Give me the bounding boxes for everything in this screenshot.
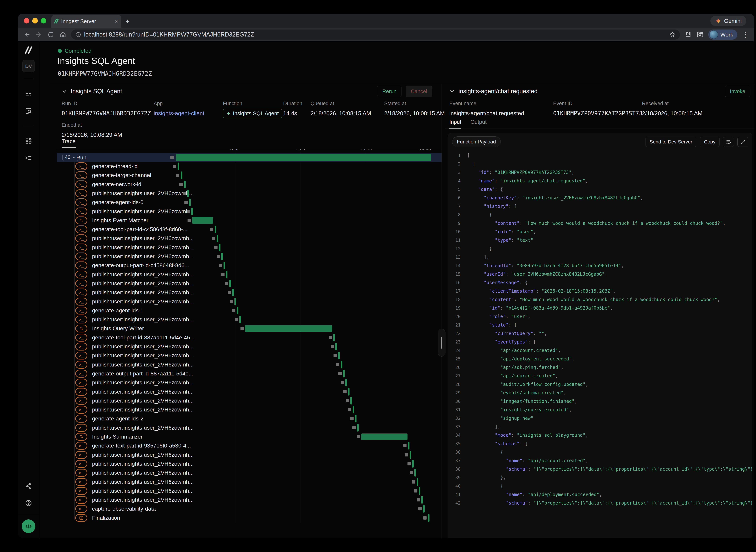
- address-bar[interactable]: localhost:8288/run?runID=01KHRMPW77GVMAJ…: [71, 29, 680, 40]
- step-span-bar[interactable]: [341, 361, 342, 369]
- trace-row[interactable]: >_publish:user:insights:user_2VH6zowmh..…: [57, 189, 441, 198]
- run-span-bar[interactable]: [176, 154, 431, 161]
- trace-row[interactable]: >_publish:user:insights:user_2VH6zowmh..…: [57, 496, 441, 505]
- window-zoom-button[interactable]: [41, 18, 46, 23]
- tab-input[interactable]: Input: [449, 119, 461, 129]
- trace-row[interactable]: >_generate-agent-ids-0: [57, 198, 441, 207]
- trace-row[interactable]: >_publish:user:insights:user_2VH6zowmh..…: [57, 288, 441, 297]
- trace-row[interactable]: >_generate-output-part-id-c458648f-8d6..…: [57, 261, 441, 270]
- inngest-logo-icon[interactable]: [25, 44, 32, 56]
- trace-row[interactable]: Finalization: [57, 514, 441, 523]
- browser-tab[interactable]: Inngest Server ×: [51, 15, 122, 28]
- step-span-bar[interactable]: [192, 217, 213, 224]
- back-icon[interactable]: [23, 31, 31, 38]
- trace-row[interactable]: >_publish:user:insights:user_2VH6zowmh..…: [57, 207, 441, 216]
- step-span-bar[interactable]: [215, 226, 216, 233]
- event-section-header[interactable]: insights-agent/chat.requested: [449, 88, 538, 95]
- trace-row[interactable]: >_publish:user:insights:user_2VH6zowmh..…: [57, 279, 441, 288]
- dev-server-nav-icon[interactable]: [22, 152, 34, 164]
- trace-row[interactable]: >_generate-tool-part-id-887aa111-5d4e-45…: [57, 333, 441, 342]
- forward-icon[interactable]: [35, 31, 43, 38]
- trace-row[interactable]: >_generate-output-part-id-887aa111-5d4e.…: [57, 369, 441, 378]
- site-info-icon[interactable]: [75, 32, 81, 37]
- step-span-bar[interactable]: [234, 298, 236, 305]
- trace-row[interactable]: >_publish:user:insights:user_2VH6zowmh..…: [57, 342, 441, 351]
- run-count-dropdown[interactable]: 40: [62, 154, 78, 161]
- trace-row[interactable]: >_generate-target-channel: [57, 171, 441, 180]
- function-payload-toggle[interactable]: Function Payload: [452, 136, 501, 147]
- step-span-bar[interactable]: [357, 424, 359, 431]
- step-span-bar[interactable]: [338, 352, 340, 359]
- share-icon[interactable]: [22, 480, 34, 492]
- step-span-bar[interactable]: [221, 253, 223, 260]
- trace-row[interactable]: >_publish:user:insights:user_2VH6zowmh..…: [57, 252, 441, 261]
- step-span-bar[interactable]: [181, 171, 182, 179]
- step-span-bar[interactable]: [353, 406, 354, 413]
- step-span-bar[interactable]: [191, 208, 193, 215]
- trace-row[interactable]: Insights Summarizer: [57, 432, 441, 441]
- trace-row[interactable]: >_capture-observability-data: [57, 505, 441, 513]
- trace-row[interactable]: >_generate-agent-ids-1: [57, 306, 441, 315]
- step-span-bar[interactable]: [408, 442, 409, 449]
- reload-icon[interactable]: [47, 31, 55, 38]
- step-span-bar[interactable]: [229, 280, 231, 287]
- step-span-bar[interactable]: [178, 162, 179, 170]
- trace-row[interactable]: >_publish:user:insights:user_2VH6zowmh..…: [57, 297, 441, 306]
- cancel-button[interactable]: Cancel: [406, 86, 432, 97]
- tab-output[interactable]: Output: [470, 119, 487, 129]
- side-panel-search-icon[interactable]: [696, 31, 704, 38]
- profile-button[interactable]: Work: [708, 29, 737, 40]
- trace-row[interactable]: >_publish:user:insights:user_2VH6zowmh..…: [57, 396, 441, 405]
- step-span-bar[interactable]: [333, 334, 335, 341]
- send-to-dev-server-button[interactable]: Send to Dev Server: [645, 137, 696, 147]
- trace-row[interactable]: >_generate-thread-id: [57, 162, 441, 171]
- invoke-button[interactable]: Invoke: [725, 86, 750, 97]
- step-span-bar[interactable]: [239, 316, 241, 323]
- step-span-bar[interactable]: [348, 388, 350, 396]
- step-span-bar[interactable]: [237, 307, 238, 314]
- step-span-bar[interactable]: [414, 469, 416, 476]
- trace-row[interactable]: >_publish:user:insights:user_2VH6zowmh..…: [57, 243, 441, 252]
- trace-row[interactable]: >_publish:user:insights:user_2VH6zowmh..…: [57, 387, 441, 396]
- extensions-icon[interactable]: [684, 31, 692, 38]
- apps-nav-icon[interactable]: [22, 135, 34, 147]
- trace-row[interactable]: >_publish:user:insights:user_2VH6zowmh..…: [57, 450, 441, 459]
- trace-row[interactable]: >_generate-text-part-id-9357e5f0-a530-4.…: [57, 441, 441, 450]
- step-span-bar[interactable]: [223, 262, 225, 269]
- trace-row[interactable]: >_publish:user:insights:user_2VH6zowmh..…: [57, 477, 441, 487]
- trace-row[interactable]: >_publish:user:insights:user_2VH6zowmh..…: [57, 459, 441, 468]
- function-badge[interactable]: ✦ Insights SQL Agent: [223, 109, 282, 118]
- step-span-bar[interactable]: [343, 370, 345, 377]
- trace-row[interactable]: >_publish:user:insights:user_2VH6zowmh..…: [57, 405, 441, 414]
- bookmark-star-icon[interactable]: [669, 31, 676, 38]
- step-span-bar[interactable]: [245, 325, 332, 332]
- trace-row[interactable]: >_generate-network-id: [57, 180, 441, 189]
- runs-nav-icon[interactable]: [22, 88, 34, 100]
- tab-close-icon[interactable]: ×: [115, 19, 118, 24]
- expand-icon[interactable]: [737, 137, 748, 147]
- step-span-bar[interactable]: [428, 514, 429, 522]
- step-span-bar[interactable]: [335, 343, 337, 350]
- step-span-bar[interactable]: [361, 433, 407, 440]
- trace-row[interactable]: >_publish:user:insights:user_2VH6zowmh..…: [57, 234, 441, 243]
- step-span-bar[interactable]: [226, 271, 227, 278]
- gemini-button[interactable]: Gemini: [710, 16, 746, 26]
- step-span-bar[interactable]: [187, 189, 189, 197]
- trace-row[interactable]: >_publish:user:insights:user_2VH6zowmh..…: [57, 423, 441, 432]
- new-tab-button[interactable]: +: [126, 17, 130, 25]
- trace-row[interactable]: Insights Query Writer: [57, 324, 441, 333]
- trace-row[interactable]: >_publish:user:insights:user_2VH6zowmh..…: [57, 270, 441, 279]
- trace-row[interactable]: >_generate-agent-ids-2: [57, 414, 441, 423]
- trace-row[interactable]: >_publish:user:insights:user_2VH6zowmh..…: [57, 468, 441, 477]
- trace-row[interactable]: >_publish:user:insights:user_2VH6zowmh..…: [57, 360, 441, 369]
- events-search-nav-icon[interactable]: [22, 105, 34, 117]
- step-span-bar[interactable]: [219, 244, 220, 251]
- trace-run-row[interactable]: 40 Run: [57, 153, 441, 162]
- copy-button[interactable]: Copy: [700, 137, 720, 147]
- help-icon[interactable]: [22, 497, 34, 509]
- step-span-bar[interactable]: [345, 379, 347, 386]
- trace-row[interactable]: >_publish:user:insights:user_2VH6zowmh..…: [57, 351, 441, 360]
- rerun-button[interactable]: Rerun: [377, 86, 401, 97]
- app-link[interactable]: insights-agent-client: [154, 110, 223, 117]
- home-icon[interactable]: [59, 31, 67, 38]
